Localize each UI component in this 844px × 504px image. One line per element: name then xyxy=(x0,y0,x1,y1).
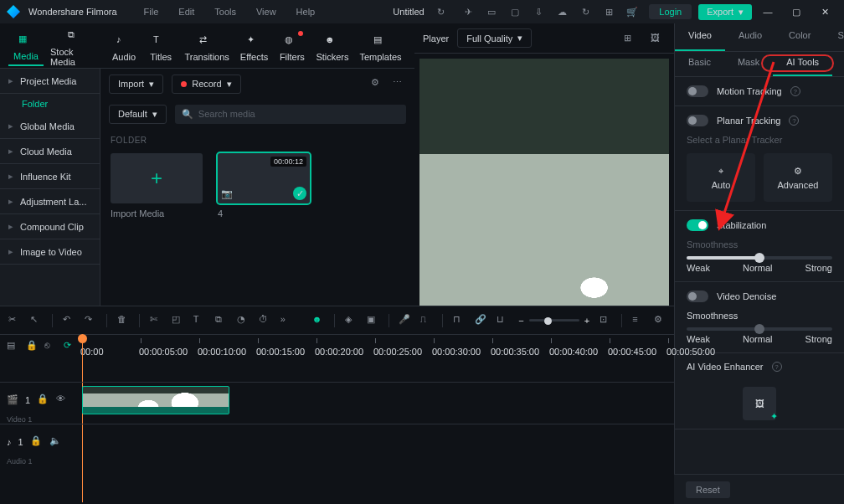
tl-select-icon[interactable]: ↖ xyxy=(30,314,42,327)
cart-icon[interactable]: 🛒 xyxy=(625,5,639,18)
sidebar-adjustment-layer[interactable]: ▸Adjustment La... xyxy=(0,189,100,214)
record-dropdown[interactable]: Record▾ xyxy=(172,75,240,94)
tl-speed-icon[interactable]: ⏱ xyxy=(259,314,270,327)
quality-dropdown[interactable]: Full Quality▾ xyxy=(457,28,532,48)
rp-sub-ai-tools[interactable]: AI Tools xyxy=(773,52,832,76)
slider-smoothness[interactable] xyxy=(687,256,832,260)
app-brand: Wondershare Filmora xyxy=(28,7,117,17)
tl-redo-icon[interactable]: ↷ xyxy=(85,314,96,327)
rp-sub-basic[interactable]: Basic xyxy=(675,52,724,76)
tab-effects[interactable]: ✦Effects xyxy=(235,31,273,65)
sidebar-global-media[interactable]: ▸Global Media xyxy=(0,114,100,139)
planar-advanced-card[interactable]: ⚙Advanced xyxy=(764,153,832,202)
media-clip-4[interactable]: 00:00:12 📷 ✓ 4 xyxy=(218,153,310,219)
login-button[interactable]: Login xyxy=(649,4,692,19)
sidebar-cloud-media[interactable]: ▸Cloud Media xyxy=(0,139,100,164)
tab-stock-media[interactable]: ⧉Stock Media xyxy=(45,26,105,70)
window-maximize[interactable]: ▢ xyxy=(790,6,802,18)
more-icon[interactable]: ⋯ xyxy=(393,77,406,90)
toggle-motion-tracking[interactable] xyxy=(687,85,708,97)
menu-view[interactable]: View xyxy=(248,3,285,20)
tl-mixer-icon[interactable]: ⎍ xyxy=(420,314,432,327)
tl-marker-icon[interactable]: ◈ xyxy=(345,314,357,327)
tl-delete-icon[interactable]: 🗑 xyxy=(117,314,129,327)
import-dropdown[interactable]: Import▾ xyxy=(109,75,163,94)
tl-adjust-icon[interactable]: ⎋ xyxy=(44,340,57,352)
rp-tab-audio[interactable]: Audio xyxy=(725,23,775,51)
tab-titles[interactable]: TTitles xyxy=(143,31,178,65)
sidebar-image-to-video[interactable]: ▸Image to Video xyxy=(0,239,100,265)
rp-tab-color[interactable]: Color xyxy=(775,23,824,51)
ai-enhancer-card[interactable]: 🖼✦ xyxy=(743,387,776,420)
info-icon[interactable]: ? xyxy=(772,362,782,372)
timeline-clip[interactable] xyxy=(82,386,229,414)
apps-icon[interactable]: ⊞ xyxy=(602,5,615,18)
tl-text-icon[interactable]: T xyxy=(193,314,205,327)
tl-undo-icon[interactable]: ↶ xyxy=(63,314,75,327)
tl-ai-icon[interactable]: ☻ xyxy=(312,314,324,327)
tl-tracks-icon[interactable]: ▤ xyxy=(7,340,19,352)
tl-magnet-icon[interactable]: ⊔ xyxy=(497,314,508,327)
tl-snap-icon[interactable]: ⊓ xyxy=(453,314,465,327)
tl-more-icon[interactable]: » xyxy=(280,314,292,327)
display-icon[interactable]: ▢ xyxy=(508,5,522,18)
history-icon[interactable]: ↻ xyxy=(579,5,592,18)
tl-auto-icon[interactable]: ⟳ xyxy=(64,340,76,352)
tl-render-icon[interactable]: ▣ xyxy=(367,314,378,327)
view-default-dropdown[interactable]: Default▾ xyxy=(109,105,167,124)
export-button[interactable]: Export▾ xyxy=(698,4,752,20)
reset-button[interactable]: Reset xyxy=(686,481,730,498)
sidebar-influence-kit[interactable]: ▸Influence Kit xyxy=(0,164,100,189)
grid-icon[interactable]: ⊞ xyxy=(624,33,636,44)
track-mute-icon[interactable]: 🔈 xyxy=(49,435,62,448)
tab-filters[interactable]: ◍Filters xyxy=(275,31,310,65)
info-icon[interactable]: ? xyxy=(789,116,799,126)
tl-edit-mode-icon[interactable]: ✂ xyxy=(8,314,20,327)
tl-list-icon[interactable]: ≡ xyxy=(632,314,644,327)
tab-audio[interactable]: ♪Audio xyxy=(106,31,142,65)
frame-icon[interactable]: 🖼 xyxy=(651,33,662,44)
cloud-icon[interactable]: ☁ xyxy=(555,5,569,18)
tl-lock-icon[interactable]: 🔒 xyxy=(26,340,39,352)
track-lock-icon[interactable]: 🔒 xyxy=(30,435,43,448)
tab-stickers[interactable]: ☻Stickers xyxy=(311,31,353,65)
menu-file[interactable]: File xyxy=(136,3,167,20)
menu-tools[interactable]: Tools xyxy=(206,3,244,20)
track-lock-icon[interactable]: 🔒 xyxy=(37,393,49,406)
screen-icon[interactable]: ▭ xyxy=(485,5,498,18)
rp-tab-speed[interactable]: S xyxy=(824,23,844,51)
tl-color-icon[interactable]: ◔ xyxy=(237,314,249,327)
tl-split-icon[interactable]: ✄ xyxy=(150,314,162,327)
tab-transitions[interactable]: ⇄Transitions xyxy=(180,31,234,65)
toggle-stabilization[interactable] xyxy=(687,219,708,231)
tab-templates[interactable]: ▤Templates xyxy=(355,31,406,65)
toggle-planar-tracking[interactable] xyxy=(687,115,708,126)
sidebar-compound-clip[interactable]: ▸Compound Clip xyxy=(0,214,100,239)
tl-link-icon[interactable]: 🔗 xyxy=(475,314,486,327)
track-visible-icon[interactable]: 👁 xyxy=(56,393,69,406)
planar-auto-card[interactable]: ⌖Auto xyxy=(687,153,755,202)
sidebar-folder[interactable]: Folder xyxy=(0,94,100,114)
tl-zoom-slider[interactable]: −+ xyxy=(518,316,589,326)
menu-help[interactable]: Help xyxy=(288,3,324,20)
tl-fit-icon[interactable]: ⊡ xyxy=(600,314,611,327)
tl-crop-icon[interactable]: ◰ xyxy=(172,314,183,327)
info-icon[interactable]: ? xyxy=(790,86,800,96)
filter-icon[interactable]: ⚙ xyxy=(371,77,384,90)
sync-icon[interactable]: ↻ xyxy=(435,5,448,18)
search-input[interactable]: 🔍Search media xyxy=(175,105,406,124)
download-icon[interactable]: ⇩ xyxy=(532,5,545,18)
player-label: Player xyxy=(423,33,449,44)
toggle-video-denoise[interactable] xyxy=(687,291,708,302)
tab-media[interactable]: ▦Media xyxy=(8,30,44,66)
tl-copy-icon[interactable]: ⧉ xyxy=(215,314,227,327)
tl-mic-icon[interactable]: 🎤 xyxy=(399,314,410,327)
tl-settings-icon[interactable]: ⚙ xyxy=(654,314,666,327)
sidebar-project-media[interactable]: ▸Project Media xyxy=(0,69,100,94)
window-close[interactable]: ✕ xyxy=(819,6,831,18)
import-media-tile[interactable]: + Import Media xyxy=(111,153,203,219)
rp-tab-video[interactable]: Video xyxy=(675,23,725,51)
window-minimize[interactable]: — xyxy=(762,6,774,18)
send-icon[interactable]: ✈ xyxy=(461,5,475,18)
menu-edit[interactable]: Edit xyxy=(170,3,203,20)
